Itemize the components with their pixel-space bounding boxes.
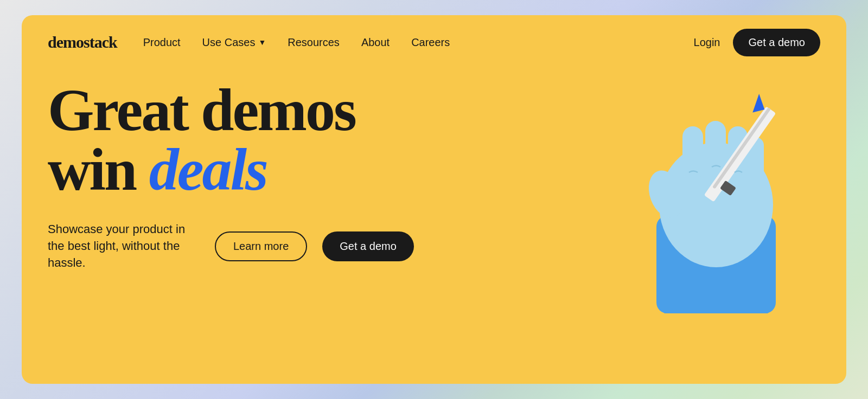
nav-resources[interactable]: Resources xyxy=(288,36,340,49)
nav-product[interactable]: Product xyxy=(143,36,181,49)
nav-about[interactable]: About xyxy=(361,36,390,49)
learn-more-button[interactable]: Learn more xyxy=(215,231,307,261)
nav-use-cases[interactable]: Use Cases ▼ xyxy=(202,36,266,49)
get-demo-hero-button[interactable]: Get a demo xyxy=(322,231,414,261)
nav-right: Login Get a demo xyxy=(694,29,820,56)
hero-headline: Great demos win deals xyxy=(48,80,482,200)
get-demo-nav-button[interactable]: Get a demo xyxy=(733,29,820,56)
hero-subtitle: Showcase your product in the best light,… xyxy=(48,221,200,271)
login-button[interactable]: Login xyxy=(694,36,720,49)
svg-rect-4 xyxy=(682,126,703,181)
navbar: demostack Product Use Cases ▼ Resources … xyxy=(22,15,846,69)
headline-line1: Great demos xyxy=(48,77,355,143)
chevron-down-icon: ▼ xyxy=(258,38,266,47)
headline-line2: win deals xyxy=(48,137,267,203)
logo[interactable]: demostack xyxy=(48,33,117,52)
hand-pen-svg xyxy=(608,42,814,313)
headline-deals: deals xyxy=(149,137,267,203)
nav-careers[interactable]: Careers xyxy=(411,36,450,49)
hero-section: demostack Product Use Cases ▼ Resources … xyxy=(22,15,846,384)
nav-links: Product Use Cases ▼ Resources About Care… xyxy=(143,36,694,49)
hand-illustration xyxy=(608,42,814,313)
